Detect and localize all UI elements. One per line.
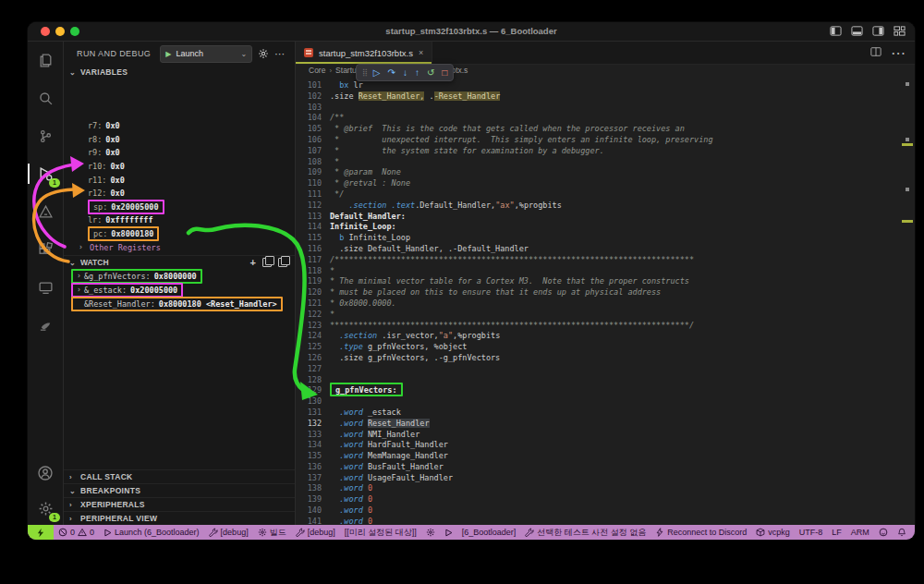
- statusbar-test-preset[interactable]: 선택한 테스트 사전 설정 없음: [520, 527, 650, 539]
- more-actions-icon[interactable]: ⋯: [274, 49, 285, 58]
- variable-row[interactable]: r7:0x0: [64, 119, 295, 133]
- line-number[interactable]: 139: [296, 494, 330, 505]
- line-number[interactable]: 135: [296, 451, 330, 462]
- remote-explorer-icon[interactable]: [34, 276, 56, 298]
- line-number[interactable]: 120: [296, 287, 330, 298]
- watch-row[interactable]: ›&g_pfnVectors:0x8000000: [64, 269, 295, 283]
- settings-gear-icon[interactable]: 1: [34, 497, 56, 519]
- line-number[interactable]: 103: [296, 103, 330, 114]
- continue-button[interactable]: ▷: [373, 68, 381, 78]
- line-number[interactable]: 102: [296, 91, 330, 103]
- line-number[interactable]: 125: [296, 342, 330, 353]
- custom-extension-icon[interactable]: [34, 314, 56, 336]
- section-call-stack[interactable]: ›CALL STACK: [64, 469, 295, 483]
- toggle-panel-icon[interactable]: [851, 25, 863, 37]
- variables-section-header[interactable]: ⌄ VARIABLES: [64, 66, 295, 79]
- variable-row[interactable]: r9:0x0: [64, 146, 295, 160]
- line-number[interactable]: 113: [296, 212, 330, 223]
- line-number[interactable]: 108: [296, 157, 330, 168]
- other-registers-row[interactable]: ›Other Registers: [64, 240, 295, 254]
- line-number[interactable]: 107: [296, 146, 330, 157]
- debug-settings-gear-icon[interactable]: [258, 48, 269, 60]
- extensions-icon[interactable]: [34, 238, 56, 261]
- remote-indicator[interactable]: [28, 525, 54, 540]
- variable-row[interactable]: lr:0xffffffff: [64, 213, 295, 227]
- line-number[interactable]: 110: [296, 178, 330, 189]
- line-number[interactable]: 141: [296, 517, 330, 525]
- line-number[interactable]: 106: [296, 135, 330, 146]
- toggle-sidebar-icon[interactable]: [830, 25, 842, 37]
- statusbar-debug-tool-1[interactable]: [debug]: [204, 528, 253, 537]
- search-icon[interactable]: [34, 87, 56, 109]
- statusbar-discord[interactable]: Reconnect to Discord: [650, 528, 751, 537]
- close-tab-icon[interactable]: ×: [419, 48, 423, 57]
- customize-layout-icon[interactable]: [894, 25, 906, 37]
- statusbar-language-mode[interactable]: ARM: [846, 528, 874, 537]
- line-number[interactable]: 137: [296, 473, 330, 484]
- variable-row[interactable]: r10:0x0: [64, 160, 295, 174]
- statusbar-eol[interactable]: LF: [827, 528, 846, 537]
- section-breakpoints[interactable]: ⌄BREAKPOINTS: [64, 483, 295, 497]
- watch-row[interactable]: &Reset_Handler:0x8000180 <Reset_Handler>: [64, 297, 295, 310]
- statusbar-notifications[interactable]: [893, 528, 911, 537]
- line-number[interactable]: 114: [296, 222, 330, 233]
- line-number[interactable]: 124: [296, 331, 330, 342]
- line-number[interactable]: 109: [296, 167, 330, 178]
- step-over-button[interactable]: ↷: [388, 68, 395, 78]
- section-peripheral-view[interactable]: ›PERIPHERAL VIEW: [64, 511, 295, 525]
- statusbar-cmake-settings[interactable]: [421, 528, 440, 537]
- line-number[interactable]: 126: [296, 353, 330, 364]
- line-number[interactable]: 131: [296, 408, 330, 419]
- editor-more-actions-icon[interactable]: ⋯: [891, 44, 906, 62]
- line-number[interactable]: 121: [296, 298, 330, 310]
- restart-button[interactable]: ↺: [427, 68, 434, 78]
- line-number[interactable]: 119: [296, 276, 330, 287]
- variable-row[interactable]: sp:0x20005000: [64, 201, 295, 214]
- line-number[interactable]: 127: [296, 364, 330, 375]
- line-number[interactable]: 111: [296, 189, 330, 201]
- line-number[interactable]: 104: [296, 113, 330, 124]
- statusbar-debug-launch[interactable]: Launch (6_Bootloader): [99, 528, 204, 537]
- launch-config-dropdown[interactable]: ▶ Launch ⌄: [160, 45, 252, 63]
- statusbar-cmake-preset[interactable]: [[미리 설정된 대상]]: [340, 527, 421, 539]
- drag-handle[interactable]: ⣿: [362, 68, 367, 77]
- variable-row[interactable]: r12:0x0: [64, 187, 295, 201]
- overview-ruler[interactable]: [902, 77, 915, 525]
- line-number[interactable]: 133: [296, 430, 330, 441]
- explorer-icon[interactable]: [34, 49, 56, 71]
- line-number[interactable]: 123: [296, 321, 330, 332]
- add-expression-icon[interactable]: +: [250, 257, 256, 268]
- stop-button[interactable]: □: [442, 68, 447, 78]
- line-number[interactable]: 129: [296, 385, 330, 396]
- line-number[interactable]: 101: [296, 80, 330, 91]
- statusbar-feedback[interactable]: [874, 528, 893, 537]
- variable-row[interactable]: r11:0x0: [64, 173, 295, 187]
- step-into-button[interactable]: ↓: [403, 68, 407, 78]
- tab-startup-asm[interactable]: startup_stm32f103rbtx.s ×: [296, 42, 432, 64]
- statusbar-cmake-run[interactable]: [440, 529, 457, 537]
- line-number[interactable]: 134: [296, 440, 330, 451]
- statusbar-encoding[interactable]: UTF-8: [795, 528, 828, 537]
- statusbar-debug-tool-2[interactable]: [debug]: [291, 528, 340, 537]
- line-number[interactable]: 112: [296, 201, 330, 212]
- line-number[interactable]: 118: [296, 266, 330, 277]
- watch-section-header[interactable]: ⌄ WATCH +: [64, 255, 295, 269]
- collapse-all-icon[interactable]: [262, 258, 272, 267]
- start-debug-icon[interactable]: ▶: [165, 50, 171, 58]
- watch-row[interactable]: ›&_estack:0x20005000: [64, 283, 295, 297]
- statusbar-cmake-target[interactable]: [6_Bootloader]: [457, 528, 521, 537]
- account-icon[interactable]: [34, 462, 56, 484]
- variable-row[interactable]: pc:0x8000180: [64, 227, 295, 241]
- line-number[interactable]: 115: [296, 233, 330, 244]
- statusbar-problems[interactable]: 00: [54, 528, 99, 537]
- split-editor-icon[interactable]: [870, 44, 881, 61]
- close-all-icon[interactable]: [278, 258, 287, 267]
- line-number[interactable]: 128: [296, 375, 330, 386]
- line-number[interactable]: 117: [296, 255, 330, 266]
- source-control-icon[interactable]: [34, 125, 56, 147]
- line-number[interactable]: 116: [296, 244, 330, 255]
- run-and-debug-icon[interactable]: 1: [34, 163, 56, 185]
- step-out-button[interactable]: ↑: [415, 68, 419, 78]
- line-number[interactable]: 132: [296, 419, 330, 430]
- variable-row[interactable]: r8:0x0: [64, 133, 295, 147]
